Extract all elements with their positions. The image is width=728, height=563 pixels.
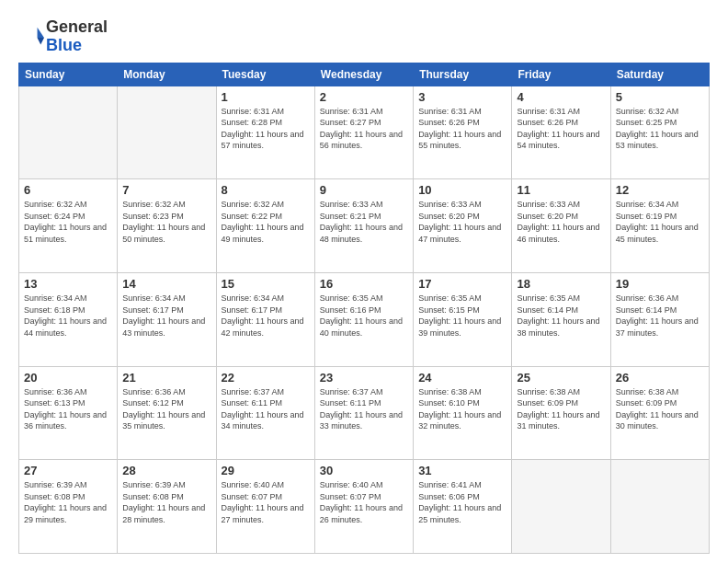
calendar-cell: 19Sunrise: 6:36 AMSunset: 6:14 PMDayligh…	[610, 272, 709, 366]
weekday-header-sunday: Sunday	[19, 63, 118, 86]
day-number: 8	[222, 183, 310, 197]
logo: General Blue	[18, 18, 108, 55]
calendar-cell: 24Sunrise: 6:38 AMSunset: 6:10 PMDayligh…	[414, 366, 512, 460]
calendar-cell: 27Sunrise: 6:39 AMSunset: 6:08 PMDayligh…	[19, 460, 118, 554]
calendar-cell: 15Sunrise: 6:34 AMSunset: 6:17 PMDayligh…	[216, 272, 314, 366]
calendar-cell: 29Sunrise: 6:40 AMSunset: 6:07 PMDayligh…	[216, 460, 314, 554]
day-number: 15	[222, 277, 310, 291]
weekday-header-monday: Monday	[118, 63, 216, 86]
calendar-cell: 2Sunrise: 6:31 AMSunset: 6:27 PMDaylight…	[314, 86, 413, 179]
day-info: Sunrise: 6:36 AMSunset: 6:13 PMDaylight:…	[24, 386, 112, 432]
day-number: 25	[517, 371, 605, 385]
day-info: Sunrise: 6:35 AMSunset: 6:14 PMDaylight:…	[517, 293, 605, 339]
day-number: 16	[320, 277, 408, 291]
day-info: Sunrise: 6:39 AMSunset: 6:08 PMDaylight:…	[24, 479, 112, 525]
calendar-cell: 26Sunrise: 6:38 AMSunset: 6:09 PMDayligh…	[610, 366, 709, 460]
day-info: Sunrise: 6:31 AMSunset: 6:28 PMDaylight:…	[222, 106, 310, 152]
calendar-cell: 25Sunrise: 6:38 AMSunset: 6:09 PMDayligh…	[512, 366, 610, 460]
calendar-cell	[512, 460, 610, 554]
day-info: Sunrise: 6:38 AMSunset: 6:09 PMDaylight:…	[517, 386, 605, 432]
calendar-cell: 21Sunrise: 6:36 AMSunset: 6:12 PMDayligh…	[118, 366, 216, 460]
weekday-header-friday: Friday	[512, 63, 610, 86]
svg-marker-1	[38, 38, 44, 44]
day-info: Sunrise: 6:34 AMSunset: 6:17 PMDaylight:…	[122, 293, 210, 339]
calendar-body: 1Sunrise: 6:31 AMSunset: 6:28 PMDaylight…	[19, 86, 710, 553]
day-info: Sunrise: 6:32 AMSunset: 6:25 PMDaylight:…	[616, 106, 704, 152]
calendar-cell: 14Sunrise: 6:34 AMSunset: 6:17 PMDayligh…	[118, 272, 216, 366]
header: General Blue	[18, 15, 710, 55]
calendar-cell: 8Sunrise: 6:32 AMSunset: 6:22 PMDaylight…	[216, 179, 314, 273]
day-info: Sunrise: 6:38 AMSunset: 6:10 PMDaylight:…	[418, 386, 506, 432]
day-info: Sunrise: 6:41 AMSunset: 6:06 PMDaylight:…	[418, 479, 506, 525]
week-row-2: 13Sunrise: 6:34 AMSunset: 6:18 PMDayligh…	[19, 272, 710, 366]
day-info: Sunrise: 6:36 AMSunset: 6:12 PMDaylight:…	[122, 386, 210, 432]
day-info: Sunrise: 6:39 AMSunset: 6:08 PMDaylight:…	[122, 479, 210, 525]
day-info: Sunrise: 6:34 AMSunset: 6:18 PMDaylight:…	[24, 293, 112, 339]
calendar-cell: 1Sunrise: 6:31 AMSunset: 6:28 PMDaylight…	[216, 86, 314, 179]
calendar-cell: 20Sunrise: 6:36 AMSunset: 6:13 PMDayligh…	[19, 366, 118, 460]
calendar-cell: 22Sunrise: 6:37 AMSunset: 6:11 PMDayligh…	[216, 366, 314, 460]
day-number: 22	[222, 371, 310, 385]
calendar-cell: 17Sunrise: 6:35 AMSunset: 6:15 PMDayligh…	[414, 272, 512, 366]
calendar-cell: 13Sunrise: 6:34 AMSunset: 6:18 PMDayligh…	[19, 272, 118, 366]
calendar-cell: 6Sunrise: 6:32 AMSunset: 6:24 PMDaylight…	[19, 179, 118, 273]
day-number: 3	[418, 90, 506, 104]
calendar-cell: 11Sunrise: 6:33 AMSunset: 6:20 PMDayligh…	[512, 179, 610, 273]
day-number: 23	[320, 371, 408, 385]
day-info: Sunrise: 6:34 AMSunset: 6:17 PMDaylight:…	[222, 293, 310, 339]
day-info: Sunrise: 6:32 AMSunset: 6:23 PMDaylight:…	[122, 199, 210, 245]
calendar-cell: 30Sunrise: 6:40 AMSunset: 6:07 PMDayligh…	[314, 460, 413, 554]
calendar-cell: 18Sunrise: 6:35 AMSunset: 6:14 PMDayligh…	[512, 272, 610, 366]
day-number: 13	[24, 277, 112, 291]
day-number: 19	[616, 277, 704, 291]
week-row-1: 6Sunrise: 6:32 AMSunset: 6:24 PMDaylight…	[19, 179, 710, 273]
day-number: 21	[122, 371, 210, 385]
day-info: Sunrise: 6:32 AMSunset: 6:22 PMDaylight:…	[222, 199, 310, 245]
logo-general: General	[46, 18, 108, 37]
day-number: 17	[418, 277, 506, 291]
day-info: Sunrise: 6:33 AMSunset: 6:20 PMDaylight:…	[517, 199, 605, 245]
day-number: 6	[24, 183, 112, 197]
day-number: 28	[122, 464, 210, 477]
day-info: Sunrise: 6:34 AMSunset: 6:19 PMDaylight:…	[616, 199, 704, 245]
day-number: 9	[320, 183, 408, 197]
calendar-cell: 5Sunrise: 6:32 AMSunset: 6:25 PMDaylight…	[610, 86, 709, 179]
day-info: Sunrise: 6:37 AMSunset: 6:11 PMDaylight:…	[222, 386, 310, 432]
calendar-cell: 28Sunrise: 6:39 AMSunset: 6:08 PMDayligh…	[118, 460, 216, 554]
day-number: 11	[517, 183, 605, 197]
calendar-cell: 12Sunrise: 6:34 AMSunset: 6:19 PMDayligh…	[610, 179, 709, 273]
day-number: 20	[24, 371, 112, 385]
weekday-header-wednesday: Wednesday	[314, 63, 413, 86]
week-row-0: 1Sunrise: 6:31 AMSunset: 6:28 PMDaylight…	[19, 86, 710, 179]
day-info: Sunrise: 6:38 AMSunset: 6:09 PMDaylight:…	[616, 386, 704, 432]
calendar-table: SundayMondayTuesdayWednesdayThursdayFrid…	[18, 63, 710, 554]
calendar-cell	[118, 86, 216, 179]
day-info: Sunrise: 6:40 AMSunset: 6:07 PMDaylight:…	[222, 479, 310, 525]
weekday-header-tuesday: Tuesday	[216, 63, 314, 86]
weekday-header-saturday: Saturday	[610, 63, 709, 86]
day-number: 4	[517, 90, 605, 104]
logo-text: General Blue	[46, 18, 108, 55]
calendar-cell	[19, 86, 118, 179]
weekday-header-row: SundayMondayTuesdayWednesdayThursdayFrid…	[19, 63, 710, 86]
day-number: 14	[122, 277, 210, 291]
calendar-cell: 3Sunrise: 6:31 AMSunset: 6:26 PMDaylight…	[414, 86, 512, 179]
calendar-cell: 7Sunrise: 6:32 AMSunset: 6:23 PMDaylight…	[118, 179, 216, 273]
day-info: Sunrise: 6:33 AMSunset: 6:20 PMDaylight:…	[418, 199, 506, 245]
day-info: Sunrise: 6:31 AMSunset: 6:26 PMDaylight:…	[517, 106, 605, 152]
svg-marker-0	[38, 28, 44, 38]
day-info: Sunrise: 6:33 AMSunset: 6:21 PMDaylight:…	[320, 199, 408, 245]
day-info: Sunrise: 6:31 AMSunset: 6:26 PMDaylight:…	[418, 106, 506, 152]
day-number: 26	[616, 371, 704, 385]
day-number: 12	[616, 183, 704, 197]
day-number: 7	[122, 183, 210, 197]
day-info: Sunrise: 6:36 AMSunset: 6:14 PMDaylight:…	[616, 293, 704, 339]
day-info: Sunrise: 6:40 AMSunset: 6:07 PMDaylight:…	[320, 479, 408, 525]
day-number: 31	[418, 464, 506, 477]
logo-blue: Blue	[46, 37, 108, 55]
calendar-cell: 9Sunrise: 6:33 AMSunset: 6:21 PMDaylight…	[314, 179, 413, 273]
calendar-cell: 10Sunrise: 6:33 AMSunset: 6:20 PMDayligh…	[414, 179, 512, 273]
day-number: 2	[320, 90, 408, 104]
day-info: Sunrise: 6:37 AMSunset: 6:11 PMDaylight:…	[320, 386, 408, 432]
day-number: 18	[517, 277, 605, 291]
